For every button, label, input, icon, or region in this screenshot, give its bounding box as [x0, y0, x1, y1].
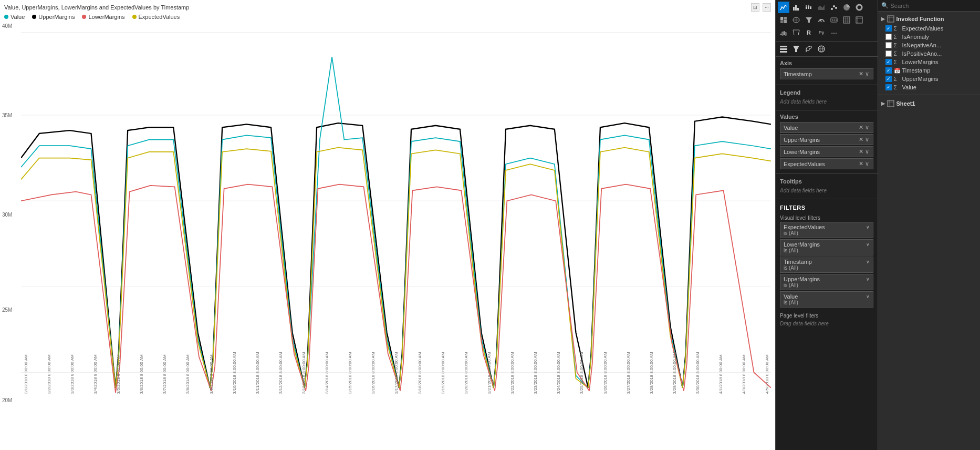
- checkbox-isnegativean[interactable]: [885, 42, 892, 48]
- legend-item-value: Value: [4, 14, 25, 20]
- value-field-value[interactable]: Value ✕ ∨: [780, 122, 873, 133]
- field-item-timestamp[interactable]: ✓ 📅 Timestamp: [878, 66, 981, 75]
- checkbox-timestamp[interactable]: ✓: [885, 67, 892, 74]
- ribbon-icon[interactable]: [790, 27, 802, 38]
- visual-level-filters-label: Visual level filters: [780, 213, 873, 222]
- filter-chevron-1: ∨: [866, 242, 870, 247]
- table-icon[interactable]: [841, 14, 852, 26]
- search-icon: 🔍: [881, 2, 889, 9]
- expand-icon[interactable]: ⊡: [751, 3, 759, 12]
- svg-rect-69: [856, 17, 862, 23]
- checkbox-expectedvalues[interactable]: ✓: [885, 25, 892, 32]
- legend-dot-expectedvalues: [132, 15, 137, 19]
- value-remove-1[interactable]: ✕ ∨: [859, 136, 869, 143]
- field-item-value[interactable]: ✓ Σ Value: [878, 83, 981, 91]
- svg-text:3/19/2018 8:00:00 AM: 3/19/2018 8:00:00 AM: [441, 352, 445, 394]
- pie-chart-icon[interactable]: [841, 2, 852, 13]
- value-field-uppermargins[interactable]: UpperMargins ✕ ∨: [780, 134, 873, 145]
- matrix-icon[interactable]: [853, 14, 865, 26]
- fields-right-panel: 🔍 ▶ Invoked Function ✓ Σ ExpectedValues …: [878, 0, 981, 450]
- svg-rect-46: [810, 6, 811, 7]
- checkbox-value[interactable]: ✓: [885, 84, 892, 90]
- funnel-icon[interactable]: [803, 14, 815, 26]
- filter-icon[interactable]: [790, 43, 802, 55]
- svg-rect-78: [780, 51, 787, 53]
- svg-text:4/5/2018 8:00:00 AM: 4/5/2018 8:00:00 AM: [765, 354, 769, 394]
- field-item-lowermargins[interactable]: ✓ Σ LowerMargins: [878, 58, 981, 66]
- svg-text:3/16/2018 8:00:00 AM: 3/16/2018 8:00:00 AM: [371, 352, 376, 394]
- svg-rect-55: [784, 19, 787, 23]
- analytics-icon[interactable]: [816, 43, 827, 55]
- axis-section: Axis Timestamp ✕ ∨: [776, 57, 878, 84]
- svg-text:3/22/2018 8:00:00 AM: 3/22/2018 8:00:00 AM: [510, 352, 515, 394]
- bar-chart-icon[interactable]: [790, 2, 802, 13]
- stacked-bar-icon[interactable]: [803, 2, 815, 13]
- field-item-uppermargins[interactable]: ✓ Σ UpperMargins: [878, 75, 981, 83]
- chart-title: Value, UpperMargins, LowerMargins and Ex…: [4, 4, 189, 11]
- axis-remove-btn[interactable]: ✕ ∨: [859, 70, 869, 77]
- field-item-expectedvalues[interactable]: ✓ Σ ExpectedValues: [878, 24, 981, 33]
- svg-rect-38: [793, 7, 795, 11]
- svg-text:3/26/2018 8:00:00 AM: 3/26/2018 8:00:00 AM: [603, 352, 608, 394]
- svg-rect-85: [888, 100, 894, 107]
- more-viz-icon[interactable]: ···: [828, 27, 840, 38]
- svg-text:3/7/2018 8:00:00 AM: 3/7/2018 8:00:00 AM: [162, 354, 167, 394]
- divider-4: [776, 199, 878, 199]
- svg-text:3/9/2018 8:00:00 AM: 3/9/2018 8:00:00 AM: [209, 354, 214, 394]
- invoked-function-header[interactable]: ▶ Invoked Function: [878, 14, 981, 24]
- sheet1-header[interactable]: ▶ Sheet1: [878, 98, 981, 109]
- map-icon[interactable]: [790, 14, 802, 26]
- legend-section: Legend Add data fields here: [776, 86, 878, 109]
- value-remove-0[interactable]: ✕ ∨: [859, 124, 869, 131]
- line-chart-icon[interactable]: [778, 2, 789, 13]
- sigma-icon-value: Σ: [894, 85, 900, 90]
- scatter-icon[interactable]: [828, 2, 840, 13]
- gauge-icon[interactable]: [816, 14, 827, 26]
- y-label-30m: 30M: [2, 212, 12, 218]
- sigma-icon-lowermargins: Σ: [894, 59, 900, 65]
- filter-item-0[interactable]: ExpectedValues ∨ is (All): [780, 222, 873, 238]
- filter-item-1[interactable]: LowerMargins ∨ is (All): [780, 239, 873, 255]
- donut-icon[interactable]: [853, 2, 865, 13]
- value-remove-2[interactable]: ✕ ∨: [859, 148, 869, 155]
- paint-icon[interactable]: [803, 43, 815, 55]
- viz-toolbar: 123 R Py ···: [776, 0, 878, 42]
- fields-divider: [878, 95, 981, 95]
- field-label-timestamp: Timestamp: [902, 67, 931, 74]
- treemap-icon[interactable]: [778, 14, 789, 26]
- svg-text:3/18/2018 8:00:00 AM: 3/18/2018 8:00:00 AM: [418, 352, 422, 394]
- checkbox-ispositiveano[interactable]: [885, 50, 892, 57]
- filter-item-4[interactable]: Value ∨ is (All): [780, 291, 873, 308]
- viz-toolbar-row-3: R Py ···: [778, 27, 875, 38]
- field-item-isanomaly[interactable]: Σ IsAnomaly: [878, 33, 981, 41]
- fields-icon[interactable]: [778, 43, 789, 55]
- checkbox-uppermargins[interactable]: ✓: [885, 76, 892, 82]
- filter-item-2[interactable]: Timestamp ∨ is (All): [780, 257, 873, 273]
- waterfall-icon[interactable]: [778, 27, 789, 38]
- field-item-ispositiveano[interactable]: Σ IsPositiveAno...: [878, 49, 981, 58]
- value-remove-3[interactable]: ✕ ∨: [859, 160, 869, 167]
- field-item-isnegativean[interactable]: Σ IsNegativeAn...: [878, 41, 981, 49]
- search-input[interactable]: [891, 3, 977, 9]
- card-icon[interactable]: 123: [828, 14, 840, 26]
- svg-rect-54: [784, 17, 787, 19]
- svg-marker-60: [806, 17, 812, 23]
- r-script-icon[interactable]: R: [803, 27, 815, 38]
- checkbox-lowermargins[interactable]: ✓: [885, 59, 892, 65]
- svg-text:3/5/2018 8:00:00 AM: 3/5/2018 8:00:00 AM: [116, 354, 121, 394]
- checkbox-isanomaly[interactable]: [885, 34, 892, 40]
- value-field-lowermargins[interactable]: LowerMargins ✕ ∨: [780, 146, 873, 157]
- svg-text:3/11/2018 8:00:00 AM: 3/11/2018 8:00:00 AM: [255, 352, 260, 394]
- drag-placeholder: Drag data fields here: [780, 320, 873, 328]
- axis-field-timestamp[interactable]: Timestamp ✕ ∨: [780, 68, 873, 79]
- filter-item-3[interactable]: UpperMargins ∨ is (All): [780, 274, 873, 290]
- py-script-icon[interactable]: Py: [816, 27, 827, 38]
- svg-rect-72: [780, 34, 781, 35]
- more-options-icon[interactable]: ···: [763, 3, 771, 12]
- field-label-lowermargins: LowerMargins: [902, 59, 939, 65]
- value-field-expectedvalues[interactable]: ExpectedValues ✕ ∨: [780, 158, 873, 169]
- svg-rect-64: [843, 17, 850, 23]
- area-chart-icon[interactable]: [816, 2, 827, 13]
- divider-2: [776, 110, 878, 110]
- svg-rect-75: [785, 33, 786, 35]
